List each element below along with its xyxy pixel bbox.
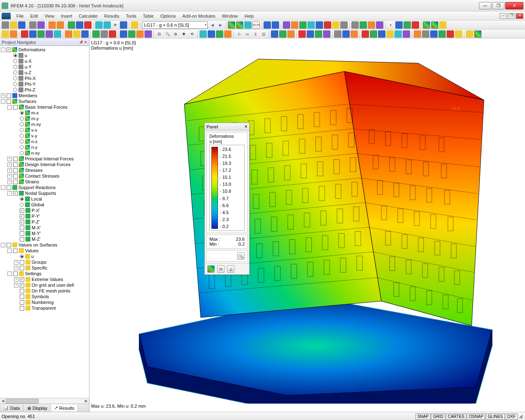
tree-expand-icon[interactable]: +	[1, 94, 5, 98]
tree-expand-icon[interactable]: -	[7, 249, 12, 253]
paste-icon[interactable]	[68, 21, 75, 29]
addon8-icon[interactable]	[340, 21, 348, 29]
tree-expand-icon[interactable]: +	[7, 168, 12, 173]
tree-expand-icon[interactable]: -	[7, 191, 12, 196]
tree-checkbox[interactable]: ✓	[20, 208, 24, 213]
snap-icon[interactable]	[403, 21, 411, 29]
tree-item-u-x[interactable]: u-X	[0, 58, 89, 64]
calc-icon[interactable]	[95, 21, 103, 29]
tree-item-v-y[interactable]: v-y	[0, 133, 89, 139]
tree-item-m-y[interactable]: m-y	[0, 116, 89, 121]
support-icon[interactable]	[81, 30, 89, 38]
tree-checkbox[interactable]	[13, 168, 18, 173]
tree-checkbox[interactable]: ✓	[13, 191, 18, 196]
tree-item-p-z-[interactable]: ✓P-Z'	[0, 219, 89, 225]
tree-item-on-fe-mesh-points[interactable]: On FE mesh points	[0, 288, 89, 294]
section4-icon[interactable]	[323, 30, 330, 38]
tree-expand-icon[interactable]: +	[7, 174, 12, 178]
copy-icon[interactable]	[76, 21, 83, 29]
render-solid-icon[interactable]	[279, 30, 287, 38]
lock-icon[interactable]	[412, 21, 419, 29]
addon7-icon[interactable]	[332, 21, 339, 29]
load4-icon[interactable]	[144, 30, 152, 38]
menu-view[interactable]: View	[41, 13, 58, 19]
tree-item-n-xy[interactable]: n-xy	[0, 150, 89, 156]
tree-checkbox[interactable]	[13, 162, 18, 167]
section3-icon[interactable]	[315, 30, 322, 38]
nav-tab-display[interactable]: 🖥Display	[23, 405, 51, 411]
tree-checkbox[interactable]	[20, 300, 24, 305]
opening-icon[interactable]	[54, 30, 61, 38]
panel-balance-icon[interactable]: ⚖	[217, 265, 225, 273]
visibility1-icon[interactable]	[199, 30, 207, 38]
status-toggle-snap[interactable]: SNAP	[415, 413, 431, 420]
tree-item-global[interactable]: Global	[0, 202, 89, 208]
solid-icon[interactable]	[46, 30, 53, 38]
prev-lc-icon[interactable]: ◀	[209, 21, 216, 29]
status-toggle-grid[interactable]: GRID	[431, 413, 445, 420]
tree-checkbox[interactable]	[7, 185, 11, 190]
contour-icon[interactable]	[236, 21, 243, 29]
render2-icon[interactable]	[431, 21, 438, 29]
navigator-tree[interactable]: -✓Deformationsuu-Xu-Yu-ZPhi-XPhi-YPhi-Z+…	[0, 46, 89, 398]
tree-item-members[interactable]: +Members	[0, 93, 89, 98]
tree-item-u-y[interactable]: u-Y	[0, 64, 89, 70]
tree-expand-icon[interactable]: -	[7, 105, 12, 110]
cut-icon[interactable]	[84, 21, 92, 29]
panel-close-icon[interactable]: ✕	[244, 124, 248, 129]
detail1-icon[interactable]	[414, 30, 421, 38]
tree-expand-icon[interactable]: +	[7, 162, 12, 167]
tree-expand-icon[interactable]: +	[14, 283, 18, 288]
addon1-icon[interactable]	[283, 21, 290, 29]
tree-item-phi-y[interactable]: Phi-Y	[0, 81, 89, 87]
tree-expand-icon[interactable]: -	[1, 99, 5, 104]
tree-item-phi-x[interactable]: Phi-X	[0, 75, 89, 81]
viewport-3d[interactable]: LG17 : g + 0,6 n [SLS] Deformations u [m…	[89, 39, 525, 412]
modeling2-icon[interactable]	[370, 30, 377, 38]
menu-help[interactable]: Help	[241, 13, 257, 19]
tree-item-numbering[interactable]: Numbering	[0, 299, 89, 305]
tree-item-support-reactions[interactable]: -Support Reactions	[0, 185, 89, 190]
view2-icon[interactable]	[360, 21, 367, 29]
minimize-button[interactable]: —	[479, 2, 491, 9]
panel-icon[interactable]	[466, 30, 473, 38]
modeling5-icon[interactable]	[394, 30, 402, 38]
zoom-in-icon[interactable]: 🔍	[164, 30, 171, 38]
tree-item-local[interactable]: Local	[0, 196, 89, 202]
redo-icon[interactable]	[57, 21, 64, 29]
zoom-out-icon[interactable]: ⊖	[172, 30, 179, 38]
tree-expand-icon[interactable]: +	[7, 180, 12, 184]
tree-checkbox[interactable]	[20, 289, 24, 293]
section2-icon[interactable]	[307, 30, 314, 38]
close-button[interactable]: ✕	[505, 2, 523, 9]
tree-checkbox[interactable]	[7, 99, 11, 104]
tree-item-settings[interactable]: -Settings	[0, 271, 89, 276]
grid-icon[interactable]	[120, 21, 127, 29]
tree-checkbox[interactable]	[13, 249, 18, 253]
select-icon[interactable]	[2, 30, 9, 38]
tree-expand-icon[interactable]: -	[1, 48, 5, 52]
tree-item-p-y-[interactable]: ✓P-Y'	[0, 213, 89, 219]
tree-item-u-z[interactable]: u-Z	[0, 70, 89, 75]
menu-window[interactable]: Window	[218, 13, 241, 19]
tree-checkbox[interactable]	[20, 266, 24, 270]
open-icon[interactable]	[10, 21, 17, 29]
render-tex-icon[interactable]	[287, 30, 295, 38]
render1-icon[interactable]	[423, 21, 430, 29]
tree-item-design-internal-forces[interactable]: +Design Internal Forces	[0, 162, 89, 167]
tree-expand-icon[interactable]: +	[7, 157, 12, 161]
tree-checkbox[interactable]	[7, 94, 11, 98]
tree-item-extreme-values[interactable]: +✓Extreme Values	[0, 276, 89, 282]
visibility4-icon[interactable]	[224, 30, 232, 38]
tree-item-m-x-[interactable]: M-X'	[0, 225, 89, 231]
detail2-icon[interactable]	[422, 30, 429, 38]
tree-item-values-on-surfaces[interactable]: -Values on Surfaces	[0, 242, 89, 248]
tree-item-principal-internal-forces[interactable]: +Principal Internal Forces	[0, 156, 89, 162]
tree-radio[interactable]	[20, 254, 24, 258]
tree-checkbox[interactable]: ✓	[20, 277, 24, 282]
tree-radio[interactable]	[20, 139, 24, 144]
tree-checkbox[interactable]: ✓	[20, 220, 24, 224]
status-toggle-glines[interactable]: GLINES	[486, 413, 505, 420]
tree-radio[interactable]	[20, 197, 24, 201]
rotate-icon[interactable]: ⟲	[188, 30, 196, 38]
